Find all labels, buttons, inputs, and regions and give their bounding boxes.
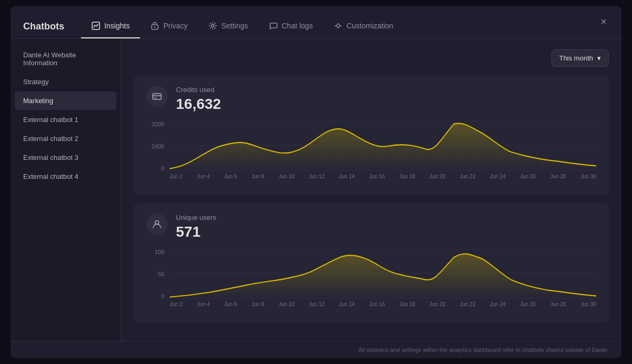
users-x-jun24: Jun 24 bbox=[490, 301, 506, 312]
credits-x-jun16: Jun 16 bbox=[369, 174, 385, 184]
tab-privacy[interactable]: Privacy bbox=[140, 14, 198, 38]
footer-text: All statistics and settings within the a… bbox=[358, 347, 609, 353]
credits-x-jun2: Jun 2 bbox=[170, 174, 182, 184]
credits-x-jun14: Jun 14 bbox=[339, 174, 355, 184]
svg-rect-4 bbox=[153, 94, 161, 99]
credits-y-1600: 1600 bbox=[152, 143, 164, 149]
users-x-jun14: Jun 14 bbox=[339, 301, 355, 312]
modal-title: Chatbots bbox=[23, 21, 64, 32]
users-chart-plot bbox=[170, 249, 596, 299]
users-chart-card: Unique users 571 100 50 0 bbox=[134, 203, 609, 322]
users-y-50: 50 bbox=[158, 271, 164, 277]
credits-chart-container: 3200 1600 0 bbox=[146, 121, 596, 184]
users-x-jun30: Jun 30 bbox=[580, 301, 596, 312]
svg-rect-5 bbox=[154, 97, 156, 98]
sidebar-item-external-3[interactable]: External chatbot 3 bbox=[15, 148, 116, 167]
sidebar: Dante AI Website Information Strategy Ma… bbox=[11, 39, 121, 341]
credits-chart-meta: Credits used 16,632 bbox=[176, 86, 221, 113]
credits-x-jun12: Jun 12 bbox=[309, 174, 324, 184]
top-bar: This month ▾ bbox=[134, 49, 609, 67]
users-x-jun4: Jun 4 bbox=[197, 301, 210, 312]
users-y-100: 100 bbox=[155, 249, 164, 255]
users-x-jun6: Jun 6 bbox=[224, 301, 236, 312]
credits-x-jun22: Jun 22 bbox=[460, 174, 476, 184]
chat-logs-icon bbox=[269, 22, 278, 30]
close-button[interactable]: × bbox=[596, 14, 611, 29]
tab-chat-logs-label: Chat logs bbox=[282, 22, 313, 30]
users-x-labels: Jun 2 Jun 4 Jun 6 Jun 8 Jun 10 Jun 12 Ju… bbox=[170, 301, 596, 312]
sidebar-item-strategy[interactable]: Strategy bbox=[15, 73, 116, 91]
privacy-icon bbox=[151, 22, 159, 30]
users-x-jun2: Jun 2 bbox=[170, 301, 182, 312]
users-y-0: 0 bbox=[161, 293, 164, 299]
credits-x-jun24: Jun 24 bbox=[490, 174, 506, 184]
users-x-jun28: Jun 28 bbox=[550, 301, 566, 312]
tab-chat-logs[interactable]: Chat logs bbox=[259, 14, 323, 38]
credits-value: 16,632 bbox=[176, 96, 221, 113]
users-value: 571 bbox=[176, 224, 216, 240]
credits-x-jun10: Jun 10 bbox=[279, 174, 294, 184]
sidebar-item-external-2[interactable]: External chatbot 2 bbox=[15, 129, 116, 148]
month-selector[interactable]: This month ▾ bbox=[551, 49, 609, 67]
main-content: This month ▾ bbox=[121, 39, 621, 341]
credits-x-jun18: Jun 18 bbox=[399, 174, 415, 184]
sidebar-item-dante-ai[interactable]: Dante AI Website Information bbox=[15, 46, 116, 72]
sidebar-item-marketing[interactable]: Marketing bbox=[15, 92, 116, 110]
credits-x-labels: Jun 2 Jun 4 Jun 6 Jun 8 Jun 10 Jun 12 Ju… bbox=[170, 174, 596, 184]
users-y-labels: 100 50 0 bbox=[146, 249, 167, 299]
users-x-jun26: Jun 26 bbox=[520, 301, 536, 312]
users-label: Unique users bbox=[176, 214, 216, 221]
credits-x-jun30: Jun 30 bbox=[580, 174, 596, 184]
credits-chart-header: Credits used 16,632 bbox=[146, 86, 596, 113]
credits-label: Credits used bbox=[176, 86, 221, 94]
footer-note: All statistics and settings within the a… bbox=[11, 341, 621, 358]
tab-privacy-label: Privacy bbox=[163, 22, 187, 30]
chevron-down-icon: ▾ bbox=[597, 54, 601, 62]
sidebar-item-external-1[interactable]: External chatbot 1 bbox=[15, 110, 116, 129]
users-chart-meta: Unique users 571 bbox=[176, 214, 216, 240]
credits-x-jun26: Jun 26 bbox=[520, 174, 536, 184]
svg-point-2 bbox=[154, 26, 155, 27]
credits-x-jun6: Jun 6 bbox=[224, 174, 236, 184]
users-x-jun12: Jun 12 bbox=[309, 301, 324, 312]
credits-chart-plot bbox=[170, 121, 596, 171]
tabs-container: Insights Privacy bbox=[81, 14, 609, 38]
credits-x-jun20: Jun 20 bbox=[429, 174, 445, 184]
sidebar-item-external-4[interactable]: External chatbot 4 bbox=[15, 167, 116, 186]
users-chart-container: 100 50 0 bbox=[146, 249, 596, 312]
users-chart-header: Unique users 571 bbox=[146, 214, 596, 240]
users-x-jun16: Jun 16 bbox=[369, 301, 385, 312]
settings-icon bbox=[209, 22, 217, 30]
users-x-jun20: Jun 20 bbox=[429, 301, 445, 312]
month-selector-label: This month bbox=[559, 54, 593, 62]
modal-body: Dante AI Website Information Strategy Ma… bbox=[11, 39, 621, 341]
modal: Chatbots Insights bbox=[11, 6, 621, 358]
customization-icon bbox=[334, 22, 342, 30]
credits-y-3200: 3200 bbox=[152, 121, 164, 127]
credits-y-0: 0 bbox=[161, 165, 164, 171]
credits-x-jun4: Jun 4 bbox=[197, 174, 210, 184]
credits-x-jun28: Jun 28 bbox=[550, 174, 566, 184]
users-x-jun8: Jun 8 bbox=[251, 301, 264, 312]
credits-chart-card: Credits used 16,632 3200 1600 0 bbox=[134, 75, 609, 195]
credits-x-jun8: Jun 8 bbox=[251, 174, 264, 184]
svg-point-3 bbox=[212, 25, 214, 27]
credits-y-labels: 3200 1600 0 bbox=[146, 121, 167, 171]
tab-settings[interactable]: Settings bbox=[198, 14, 259, 38]
tab-settings-label: Settings bbox=[221, 22, 248, 30]
users-x-jun22: Jun 22 bbox=[460, 301, 476, 312]
modal-header: Chatbots Insights bbox=[11, 6, 621, 39]
tab-insights-label: Insights bbox=[104, 22, 130, 30]
tab-customization-label: Customization bbox=[347, 22, 393, 30]
credits-icon bbox=[146, 86, 167, 107]
users-icon bbox=[146, 214, 167, 235]
users-x-jun18: Jun 18 bbox=[399, 301, 415, 312]
tab-customization[interactable]: Customization bbox=[323, 14, 404, 38]
tab-insights[interactable]: Insights bbox=[81, 14, 140, 38]
modal-overlay: Chatbots Insights bbox=[0, 0, 632, 364]
users-x-jun10: Jun 10 bbox=[279, 301, 294, 312]
insights-icon bbox=[92, 22, 100, 30]
